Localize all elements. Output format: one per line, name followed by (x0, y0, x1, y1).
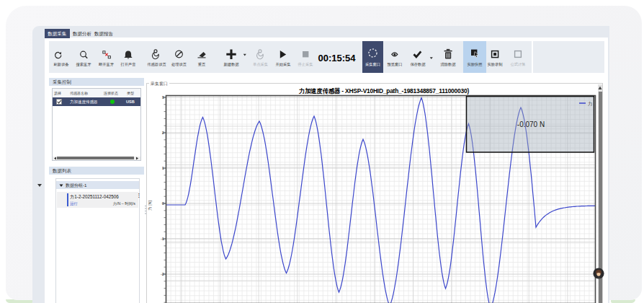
svg-text:-0.070 N: -0.070 N (517, 120, 545, 128)
svg-text:3: 3 (162, 95, 164, 100)
svg-text:2: 2 (162, 131, 164, 135)
svg-text:力加速度传感器 - XHSP-V10HID_path_-19: 力加速度传感器 - XHSP-V10HID_path_-1981348857_1… (298, 87, 469, 95)
svg-text:-1: -1 (161, 237, 164, 241)
svg-text:力 [N]: 力 [N] (148, 201, 152, 211)
svg-text:1: 1 (162, 166, 164, 170)
svg-text:力: 力 (588, 101, 593, 106)
svg-text:0: 0 (162, 201, 164, 206)
svg-text:-2: -2 (161, 272, 164, 276)
